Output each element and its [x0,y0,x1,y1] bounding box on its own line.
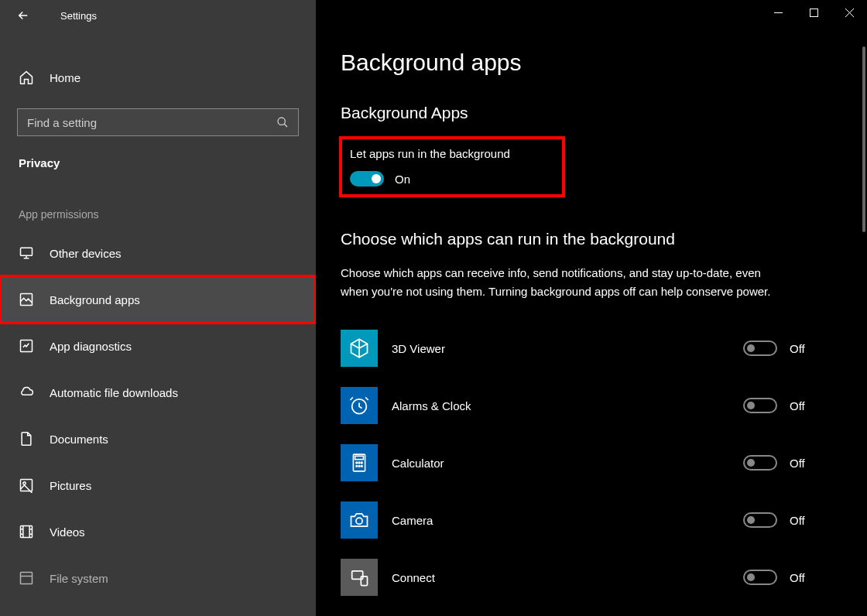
close-icon [845,9,854,17]
video-icon [19,524,34,539]
svg-rect-4 [21,480,33,491]
svg-point-16 [358,465,360,467]
sidebar-item-app-diagnostics[interactable]: App diagnostics [0,323,316,369]
app-toggle-state: Off [790,571,805,584]
sidebar-item-file-system[interactable]: File system [0,555,316,601]
app-row: ConnectOff [341,549,836,606]
sidebar-item-background-apps[interactable]: Background apps [0,276,316,323]
app-toggle-state: Off [790,457,805,470]
home-icon [19,70,34,85]
arrow-left-icon [16,9,30,22]
camera-icon [341,501,378,539]
search-icon [276,116,289,128]
app-name: Calculator [392,457,743,470]
search-box[interactable] [17,108,299,136]
sidebar-item-videos[interactable]: Videos [0,508,316,555]
app-toggle[interactable] [743,512,777,528]
sidebar-item-label: Other devices [50,247,122,260]
app-toggle-state: Off [790,399,805,412]
master-toggle-state: On [395,173,410,186]
svg-point-14 [361,462,362,464]
sidebar-item-documents[interactable]: Documents [0,416,316,462]
diagnostics-icon [19,338,34,354]
calculator-icon [341,444,378,481]
sidebar-item-label: Pictures [50,479,91,492]
toggle-knob [747,459,755,467]
connect-icon [341,559,378,596]
app-toggle-state: Off [790,514,805,527]
alarm-icon [341,387,378,424]
minimize-button[interactable] [760,0,796,25]
section-title-1: Background Apps [341,104,836,122]
home-nav[interactable]: Home [0,59,316,96]
svg-point-5 [23,482,26,484]
scrollbar[interactable] [862,46,865,232]
toggle-knob [747,573,755,581]
cube-icon [341,330,378,367]
content-area: Background apps Background Apps Let apps… [316,0,867,616]
sidebar: Settings Home Privacy App permissions Ot… [0,0,316,616]
close-button[interactable] [831,0,867,25]
sidebar-item-label: Background apps [50,293,140,306]
sidebar-item-label: App diagnostics [50,340,132,353]
sidebar-item-other-devices[interactable]: Other devices [0,230,316,276]
toggle-knob [747,344,755,352]
sidebar-item-label: File system [50,572,108,585]
cloud-icon [19,385,34,400]
image-icon [19,292,34,307]
svg-rect-20 [361,577,367,586]
app-toggle-state: Off [790,342,805,355]
monitor-icon [19,245,34,261]
category-label: Privacy [0,136,316,176]
titlebar: Settings [0,0,316,31]
svg-rect-7 [21,573,33,584]
app-row: Alarms & ClockOff [341,377,836,434]
main-panel: Background apps Background Apps Let apps… [316,0,867,616]
app-toggle-wrap: Off [743,512,836,528]
sidebar-item-label: Documents [50,433,108,446]
app-toggle-wrap: Off [743,455,836,471]
svg-point-18 [356,518,362,524]
minimize-icon [774,9,783,17]
app-name: Camera [392,514,743,527]
toggle-knob [747,402,755,409]
app-toggle[interactable] [743,570,777,585]
search-container [17,108,299,136]
section-title-2: Choose which apps can run in the backgro… [341,230,836,248]
toggle-knob [372,174,381,183]
app-name: Connect [392,571,743,584]
maximize-icon [810,9,818,17]
master-toggle-row: On [350,171,554,187]
svg-rect-8 [810,9,817,16]
search-input[interactable] [27,116,276,129]
filesystem-icon [19,570,34,586]
app-toggle-wrap: Off [743,341,836,356]
sidebar-item-label: Videos [50,525,85,539]
svg-point-0 [278,118,285,125]
sidebar-item-pictures[interactable]: Pictures [0,462,316,508]
svg-point-15 [356,465,358,467]
back-button[interactable] [14,6,33,25]
group-label: App permissions [0,176,316,230]
svg-point-13 [358,462,360,464]
app-toggle[interactable] [743,455,777,471]
app-row: 3D ViewerOff [341,320,836,377]
maximize-button[interactable] [796,0,831,25]
app-list: 3D ViewerOffAlarms & ClockOffCalculatorO… [341,320,836,606]
app-toggle[interactable] [743,398,777,413]
window-controls [760,0,867,25]
sidebar-item-auto-downloads[interactable]: Automatic file downloads [0,369,316,416]
app-toggle[interactable] [743,341,777,356]
app-name: 3D Viewer [392,342,743,355]
app-toggle-wrap: Off [743,570,836,585]
document-icon [19,431,34,447]
section-description: Choose which apps can receive info, send… [341,264,790,301]
master-toggle-block: Let apps run in the background On [341,138,564,196]
page-title: Background apps [341,50,836,76]
svg-point-12 [356,462,358,464]
toggle-knob [747,516,755,524]
master-toggle-label: Let apps run in the background [350,147,554,160]
svg-rect-1 [21,248,33,255]
app-toggle-wrap: Off [743,398,836,413]
master-toggle[interactable] [350,171,384,187]
